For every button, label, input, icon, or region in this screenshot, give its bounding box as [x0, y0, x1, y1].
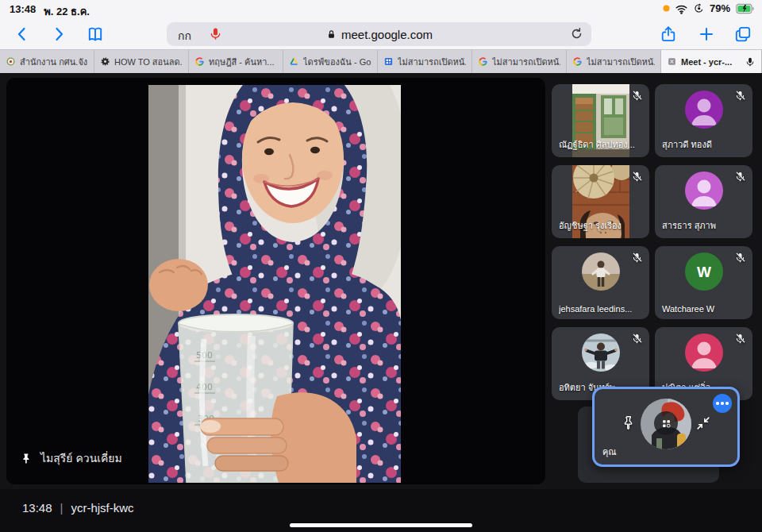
tab-3[interactable]: ทฤษฎีสี - ค้นหา... — [189, 50, 283, 73]
layout-grid-icon[interactable] — [654, 411, 678, 435]
mic-off-icon — [734, 252, 746, 264]
bookmarks-icon[interactable] — [86, 25, 105, 44]
tab-6[interactable]: ไม่สามารถเปิดหน้... — [472, 50, 567, 73]
tab-label: ไดรฟ์ของฉัน - Go... — [303, 55, 371, 69]
url-center: meet.google.com — [167, 22, 591, 46]
tab-7[interactable]: ไม่สามารถเปิดหน้... — [567, 50, 661, 73]
participant-tile-1[interactable]: ณัฏฐ์ธิดา ศิลปทอง... — [552, 84, 649, 157]
url-bar[interactable]: กก meet.google.com — [167, 22, 591, 46]
back-icon[interactable] — [13, 25, 32, 44]
self-label: คุณ — [602, 445, 617, 459]
pinned-stage-tile[interactable]: 500400300 ไมสุรีย์ ควนเคี่ยม — [6, 78, 545, 484]
mic-off-icon — [631, 252, 643, 264]
rotation-lock-icon — [693, 2, 705, 14]
status-date: พ. 22 ธ.ค. — [44, 3, 90, 20]
tab-label: ไม่สามารถเปิดหน้... — [492, 55, 560, 69]
privacy-dot-icon — [663, 5, 670, 12]
status-time: 13:48 — [10, 3, 36, 20]
tab-label: Meet - ycr-... — [681, 57, 732, 67]
pin-icon — [21, 453, 33, 465]
tabs-overview-icon[interactable] — [733, 25, 752, 44]
participant-name: อัญชิษฐา รุ่งเรือง — [559, 218, 643, 233]
google-drive-icon — [289, 56, 299, 67]
site-emblem-icon — [6, 56, 16, 67]
battery-charging-icon — [735, 3, 756, 14]
tab-label: สำนักงาน กศน.จัง... — [20, 55, 88, 69]
status-bar: 13:48 พ. 22 ธ.ค. 79% — [0, 0, 762, 19]
forward-icon[interactable] — [49, 25, 68, 44]
tab-label: ไม่สามารถเปิดหน้... — [398, 55, 466, 69]
home-indicator[interactable] — [290, 523, 472, 527]
tab-label: ไม่สามารถเปิดหน้... — [587, 55, 655, 69]
pin-self-icon[interactable] — [620, 414, 637, 432]
tab-4[interactable]: ไดรฟ์ของฉัน - Go... — [283, 50, 378, 73]
avatar — [685, 172, 723, 210]
participant-name: สารธาร สุภาพ — [662, 218, 746, 233]
blue-grid-icon — [383, 56, 394, 67]
browser-toolbar: กก meet.google.com — [0, 19, 762, 49]
meeting-info: 13:48 | ycr-hjsf-kwc — [22, 501, 134, 515]
tab-label: HOW TO สอนลด... — [114, 55, 183, 69]
participant-name: jehsafara leedins... — [559, 304, 643, 314]
avatar — [685, 91, 723, 129]
close-tab-icon[interactable] — [667, 56, 677, 67]
avatar-photo — [582, 333, 620, 372]
call-time: 13:48 — [22, 501, 52, 515]
tab-2[interactable]: HOW TO สอนลด... — [94, 50, 189, 73]
pinned-participant-video[interactable]: 500400300 — [148, 85, 401, 483]
pinned-name-row: ไมสุรีย์ ควนเคี่ยม — [21, 449, 122, 467]
status-right: 79% — [663, 2, 756, 14]
divider: | — [60, 501, 64, 515]
mic-off-icon — [734, 333, 746, 345]
new-tab-icon[interactable] — [697, 25, 716, 44]
tab-1[interactable]: สำนักงาน กศน.จัง... — [0, 50, 94, 73]
participant-tile-4[interactable]: สารธาร สุภาพ — [655, 165, 752, 238]
participant-tile-3[interactable]: อัญชิษฐา รุ่งเรือง — [552, 165, 649, 238]
lock-icon — [325, 29, 337, 40]
mic-off-icon — [734, 171, 746, 183]
mic-off-icon — [631, 90, 643, 102]
google-g-icon — [194, 56, 205, 67]
tab-label: ทฤษฎีสี - ค้นหา... — [209, 55, 275, 69]
participant-tile-2[interactable]: สุภาวดี ทองดี — [655, 84, 752, 157]
minimize-self-icon[interactable] — [695, 414, 712, 432]
avatar-letter: W — [685, 253, 723, 291]
tab-active-meet[interactable]: Meet - ycr-... — [661, 50, 762, 73]
participant-name: ณัฏฐ์ธิดา ศิลปทอง... — [559, 137, 643, 152]
participant-tile-5[interactable]: jehsafara leedins... — [552, 246, 649, 319]
tab-audio-mic-icon[interactable] — [745, 56, 756, 67]
battery-percent: 79% — [710, 2, 730, 14]
avatar — [685, 333, 723, 372]
url-text: meet.google.com — [341, 28, 433, 41]
participant-name: Watcharee W — [662, 304, 746, 314]
mic-off-icon — [631, 333, 643, 345]
google-g-icon — [572, 56, 583, 67]
status-left: 13:48 พ. 22 ธ.ค. — [10, 3, 90, 20]
google-g-icon — [478, 56, 488, 67]
participant-tile-6[interactable]: W Watcharee W — [655, 246, 752, 319]
pinned-name: ไมสุรีย์ ควนเคี่ยม — [40, 449, 122, 467]
meeting-code: ycr-hjsf-kwc — [71, 501, 133, 515]
avatar-photo — [582, 253, 620, 291]
tab-5[interactable]: ไม่สามารถเปิดหน้... — [378, 50, 472, 73]
self-view-tile[interactable]: คุณ — [592, 387, 740, 467]
mic-off-icon — [631, 171, 643, 183]
ipad-screen: 13:48 พ. 22 ธ.ค. 79% กก meet.google.com — [0, 0, 762, 532]
mic-off-icon — [734, 90, 746, 102]
reload-icon[interactable] — [569, 26, 584, 41]
meet-main-area: 500400300 ไมสุรีย์ ควนเคี่ยม — [0, 73, 762, 489]
svg-text:W: W — [697, 264, 711, 280]
tab-bar: สำนักงาน กศน.จัง... HOW TO สอนลด... ทฤษฎ… — [0, 49, 762, 73]
share-icon[interactable] — [659, 25, 678, 44]
self-more-options-button[interactable] — [713, 394, 732, 413]
gear-icon — [100, 56, 110, 67]
wifi-icon — [675, 3, 688, 14]
participant-name: สุภาวดี ทองดี — [662, 137, 746, 152]
